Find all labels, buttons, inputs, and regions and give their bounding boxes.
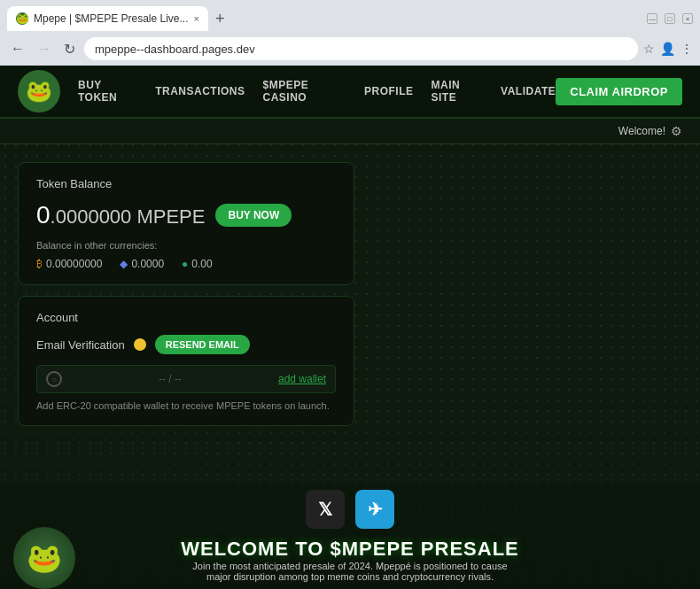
presale-subtext-1: Join the most anticipated presale of 202… <box>192 561 507 571</box>
nav-links: BUY TOKEN TRANSACTIONS $MPEPE CASINO PRO… <box>78 79 556 104</box>
telegram-icon: ✈ <box>368 499 383 520</box>
usdt-icon: ● <box>182 258 188 270</box>
tab-favicon: 🐸 <box>16 12 28 25</box>
nav-main-site[interactable]: MAIN SITE <box>432 79 484 104</box>
eth-value: 0.0000 <box>131 258 164 270</box>
tab-close-button[interactable]: × <box>194 13 199 24</box>
social-buttons: 𝕏 ✈ <box>306 490 394 529</box>
buy-now-button[interactable]: BUY NOW <box>215 204 292 227</box>
welcome-bar: Welcome! ⚙ <box>0 119 700 144</box>
browser-tab[interactable]: 🐸 Mpepe | $MPEPE Presale Live... × <box>7 6 208 31</box>
eth-icon: ◆ <box>120 258 128 270</box>
nav-casino[interactable]: $MPEPE CASINO <box>262 79 346 104</box>
wallet-note: Add ERC-20 compatible wallet to receive … <box>36 400 336 411</box>
browser-actions: ☆ 👤 ⋮ <box>643 42 693 56</box>
token-balance-card: Token Balance 0.0000000 MPEPE BUY NOW Ba… <box>18 162 354 285</box>
presale-heading: WELCOME TO $MPEPE PRESALE <box>181 538 519 561</box>
browser-chrome: 🐸 Mpepe | $MPEPE Presale Live... × + — □… <box>0 0 700 66</box>
btc-icon: ₿ <box>36 258 43 270</box>
token-balance-title: Token Balance <box>36 177 336 190</box>
new-tab-button[interactable]: + <box>212 10 229 28</box>
wallet-circle-icon: ○ <box>46 371 62 387</box>
btc-balance: ₿ 0.00000000 <box>36 258 102 270</box>
maximize-button[interactable]: □ <box>665 13 675 24</box>
minimize-button[interactable]: — <box>647 13 657 24</box>
nav-buy-token[interactable]: BUY TOKEN <box>78 79 137 104</box>
bookmark-icon[interactable]: ☆ <box>643 42 655 56</box>
email-verification-label: Email Verification <box>36 338 125 352</box>
forward-button[interactable]: → <box>34 39 55 58</box>
wallet-separator: -- / -- <box>71 373 269 385</box>
logo: 🐸 <box>18 70 60 112</box>
email-verification-row: Email Verification RESEND EMAIL <box>36 335 336 354</box>
add-wallet-link[interactable]: add wallet <box>278 373 326 385</box>
pepe-logo-watermark: 🐸 <box>13 527 75 589</box>
token-balance-row: 0.0000000 MPEPE BUY NOW <box>36 201 336 229</box>
back-button[interactable]: ← <box>7 39 28 58</box>
main-content: Token Balance 0.0000000 MPEPE BUY NOW Ba… <box>0 144 700 444</box>
resend-email-button[interactable]: RESEND EMAIL <box>155 335 250 354</box>
address-bar: ← → ↻ ☆ 👤 ⋮ <box>0 32 700 66</box>
window-controls: — □ × <box>647 13 693 24</box>
page: 🐸 BUY TOKEN TRANSACTIONS $MPEPE CASINO P… <box>0 66 700 589</box>
currencies-label: Balance in other currencies: <box>36 240 336 251</box>
settings-icon[interactable]: ⚙ <box>671 124 682 138</box>
bottom-section: 𝕏 ✈ WELCOME TO $MPEPE PRESALE Join the m… <box>0 483 700 589</box>
x-icon: 𝕏 <box>318 499 332 520</box>
reload-button[interactable]: ↻ <box>60 39 79 59</box>
x-social-button[interactable]: 𝕏 <box>306 490 345 529</box>
nav-bar: 🐸 BUY TOKEN TRANSACTIONS $MPEPE CASINO P… <box>0 66 700 119</box>
currency-row: ₿ 0.00000000 ◆ 0.0000 ● 0.00 <box>36 258 336 270</box>
balance-zero: 0 <box>36 201 51 229</box>
nav-profile[interactable]: PROFILE <box>364 85 414 97</box>
nav-validate[interactable]: VALIDATE <box>501 85 556 97</box>
usdt-value: 0.00 <box>191 258 212 270</box>
balance-amount: 0.0000000 MPEPE <box>36 201 205 229</box>
verification-status-dot <box>134 338 146 351</box>
presale-subtext-2: major disruption among top meme coins an… <box>206 571 494 582</box>
account-title: Account <box>36 311 336 324</box>
wallet-row: ○ -- / -- add wallet <box>36 365 336 393</box>
nav-transactions[interactable]: TRANSACTIONS <box>155 85 245 97</box>
balance-decimals: .0000000 MPEPE <box>51 205 206 228</box>
account-card: Account Email Verification RESEND EMAIL … <box>18 296 354 426</box>
telegram-social-button[interactable]: ✈ <box>355 490 394 529</box>
profile-icon[interactable]: 👤 <box>660 42 675 56</box>
btc-value: 0.00000000 <box>46 258 102 270</box>
address-input[interactable] <box>84 37 638 60</box>
menu-icon[interactable]: ⋮ <box>681 42 693 56</box>
usdt-balance: ● 0.00 <box>182 258 213 270</box>
pepe-watermark: 🐸 <box>0 518 89 589</box>
eth-balance: ◆ 0.0000 <box>120 258 164 270</box>
tab-title: Mpepe | $MPEPE Presale Live... <box>34 12 189 25</box>
browser-title-bar: 🐸 Mpepe | $MPEPE Presale Live... × + — □… <box>0 0 700 32</box>
welcome-text: Welcome! <box>618 125 665 137</box>
logo-emoji: 🐸 <box>26 79 52 104</box>
close-window-button[interactable]: × <box>682 13 693 24</box>
claim-airdrop-button[interactable]: CLAIM AIRDROP <box>556 78 682 105</box>
